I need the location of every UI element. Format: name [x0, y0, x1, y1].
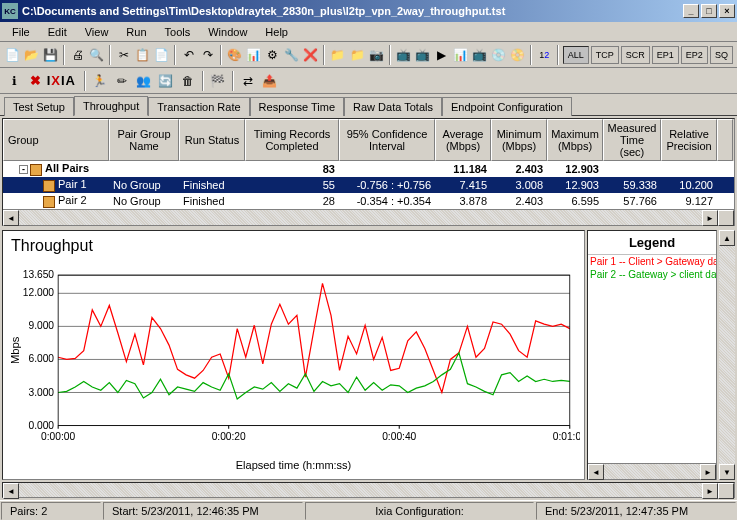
table-row[interactable]: Pair 1No GroupFinished55-0.756 : +0.7567… [3, 177, 734, 193]
tool-icon-14[interactable]: 💿 [490, 45, 507, 65]
copy-icon[interactable]: 📋 [134, 45, 151, 65]
row-label: Pair 2 [58, 194, 87, 206]
legend-item[interactable]: Pair 2 -- Gateway > client da [588, 268, 716, 281]
toggle-scr[interactable]: SCR [621, 46, 650, 64]
info-icon[interactable]: ℹ [4, 71, 24, 91]
tool-icon-13[interactable]: 📺 [471, 45, 488, 65]
menu-file[interactable]: File [4, 24, 38, 40]
tool-icon-10[interactable]: 📺 [414, 45, 431, 65]
minimize-button[interactable]: _ [683, 4, 699, 18]
table-row[interactable]: Pair 2No GroupFinished28-0.354 : +0.3543… [3, 193, 734, 209]
export-icon[interactable]: 📤 [260, 71, 280, 91]
tab-throughput[interactable]: Throughput [74, 96, 148, 116]
tool-icon-6[interactable]: 📁 [329, 45, 346, 65]
run-icon[interactable]: 🏃 [90, 71, 110, 91]
status-end: End: 5/23/2011, 12:47:35 PM [536, 502, 736, 520]
toggle-all[interactable]: ALL [563, 46, 589, 64]
col-maximum[interactable]: Maximum (Mbps) [547, 119, 603, 161]
menu-window[interactable]: Window [200, 24, 255, 40]
row-label: Pair 1 [58, 178, 87, 190]
menu-edit[interactable]: Edit [40, 24, 75, 40]
scroll-left-icon[interactable]: ◄ [3, 483, 19, 499]
scroll-track[interactable] [719, 246, 735, 464]
toggle-sq[interactable]: SQ [710, 46, 733, 64]
scroll-right-icon[interactable]: ► [702, 483, 718, 499]
swap-icon[interactable]: 🔄 [156, 71, 176, 91]
tool-icon-15[interactable]: 📀 [509, 45, 526, 65]
menu-run[interactable]: Run [118, 24, 154, 40]
compare-icon[interactable]: ⇄ [238, 71, 258, 91]
delete-icon[interactable]: 🗑 [178, 71, 198, 91]
grid-hscroll[interactable]: ◄ ► [3, 209, 734, 225]
toggle-tcp[interactable]: TCP [591, 46, 619, 64]
cell-rs: Finished [179, 178, 245, 192]
col-confidence-interval[interactable]: 95% Confidence Interval [339, 119, 435, 161]
scroll-down-icon[interactable]: ▼ [719, 464, 735, 480]
cell-rs [179, 168, 245, 170]
tool-icon-12[interactable]: 📊 [452, 45, 469, 65]
redo-icon[interactable]: ↷ [199, 45, 216, 65]
tool-icon-5[interactable]: ❌ [302, 45, 319, 65]
app-icon: KC [2, 3, 18, 19]
col-average[interactable]: Average (Mbps) [435, 119, 491, 161]
cell-av: 3.878 [435, 194, 491, 208]
replicate-icon[interactable]: 👥 [134, 71, 154, 91]
flag-icon[interactable]: 🏁 [208, 71, 228, 91]
menu-help[interactable]: Help [257, 24, 296, 40]
svg-text:13.650: 13.650 [23, 269, 55, 280]
table-row[interactable]: -All Pairs8311.1842.40312.903 [3, 161, 734, 177]
tab-transaction-rate[interactable]: Transaction Rate [148, 97, 249, 116]
menu-view[interactable]: View [77, 24, 117, 40]
tool-icon-16[interactable]: 12 [536, 45, 553, 65]
edit-icon[interactable]: ✏ [112, 71, 132, 91]
tool-icon-7[interactable]: 📁 [349, 45, 366, 65]
tab-test-setup[interactable]: Test Setup [4, 97, 74, 116]
cell-rp [661, 168, 717, 170]
scroll-left-icon[interactable]: ◄ [3, 210, 19, 226]
cell-rp: 10.200 [661, 178, 717, 192]
scroll-track[interactable] [604, 464, 700, 479]
legend-item[interactable]: Pair 1 -- Client > Gateway da [588, 255, 716, 268]
scroll-track[interactable] [19, 483, 702, 497]
col-measured-time[interactable]: Measured Time (sec) [603, 119, 661, 161]
menu-tools[interactable]: Tools [157, 24, 199, 40]
tool-icon-11[interactable]: ▶ [433, 45, 450, 65]
tool-icon-3[interactable]: ⚙ [264, 45, 281, 65]
results-grid: Group Pair Group Name Run Status Timing … [2, 118, 735, 226]
col-timing-records[interactable]: Timing Records Completed [245, 119, 339, 161]
tool-icon-8[interactable]: 📷 [368, 45, 385, 65]
col-run-status[interactable]: Run Status [179, 119, 245, 161]
scroll-right-icon[interactable]: ► [702, 210, 718, 226]
scroll-right-icon[interactable]: ► [700, 464, 716, 480]
chart-vscroll[interactable]: ▲ ▼ [719, 230, 735, 480]
outer-hscroll[interactable]: ◄ ► [2, 482, 735, 498]
cell-mx: 12.903 [547, 162, 603, 176]
save-icon[interactable]: 💾 [42, 45, 59, 65]
col-pair-group-name[interactable]: Pair Group Name [109, 119, 179, 161]
tool-icon-2[interactable]: 📊 [245, 45, 262, 65]
new-icon[interactable]: 📄 [4, 45, 21, 65]
tool-icon-4[interactable]: 🔧 [283, 45, 300, 65]
col-relative-precision[interactable]: Relative Precision [661, 119, 717, 161]
tab-response-time[interactable]: Response Time [250, 97, 344, 116]
tab-raw-data-totals[interactable]: Raw Data Totals [344, 97, 442, 116]
toggle-ep2[interactable]: EP2 [681, 46, 708, 64]
toggle-ep1[interactable]: EP1 [652, 46, 679, 64]
scroll-track[interactable] [19, 210, 702, 225]
tool-icon-1[interactable]: 🎨 [226, 45, 243, 65]
paste-icon[interactable]: 📄 [153, 45, 170, 65]
open-icon[interactable]: 📂 [23, 45, 40, 65]
tool-icon-9[interactable]: 📺 [395, 45, 412, 65]
tab-endpoint-config[interactable]: Endpoint Configuration [442, 97, 572, 116]
scroll-left-icon[interactable]: ◄ [588, 464, 604, 480]
undo-icon[interactable]: ↶ [180, 45, 197, 65]
close-button[interactable]: × [719, 4, 735, 18]
print-preview-icon[interactable]: 🔍 [88, 45, 105, 65]
col-group[interactable]: Group [3, 119, 109, 161]
cut-icon[interactable]: ✂ [115, 45, 132, 65]
maximize-button[interactable]: □ [701, 4, 717, 18]
scroll-up-icon[interactable]: ▲ [719, 230, 735, 246]
print-icon[interactable]: 🖨 [69, 45, 86, 65]
legend-hscroll[interactable]: ◄ ► [588, 463, 716, 479]
col-minimum[interactable]: Minimum (Mbps) [491, 119, 547, 161]
